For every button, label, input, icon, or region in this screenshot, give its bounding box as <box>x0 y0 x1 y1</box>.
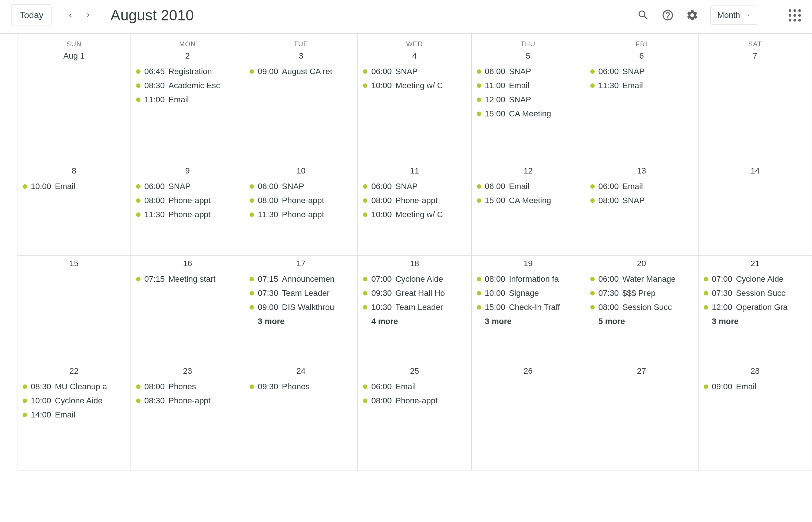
calendar-event[interactable]: 07:15Announcemen <box>248 272 354 286</box>
next-month-button[interactable] <box>85 11 92 19</box>
more-events-link[interactable]: 3 more <box>248 314 354 328</box>
calendar-event[interactable]: 06:00SNAP <box>135 179 240 194</box>
calendar-event[interactable]: 11:00Email <box>135 93 240 107</box>
calendar-event[interactable]: 10:00Cyclone Aide <box>21 394 127 408</box>
calendar-event[interactable]: 15:00CA Meeting <box>475 107 581 121</box>
calendar-event[interactable]: 08:00Information fa <box>475 272 581 286</box>
calendar-day[interactable]: 7 <box>699 50 812 163</box>
calendar-day[interactable]: 1707:15Announcemen07:30Team Leader09:00D… <box>244 256 358 363</box>
help-button[interactable] <box>661 9 674 22</box>
calendar-day[interactable]: 1306:00Email08:00SNAP <box>585 163 699 255</box>
calendar-day[interactable]: Aug 1 <box>17 50 131 163</box>
calendar-day[interactable]: 27 <box>585 363 699 470</box>
calendar-day[interactable]: 810:00Email <box>17 163 131 255</box>
calendar-day[interactable]: 2809:00Email <box>699 363 812 470</box>
calendar-event[interactable]: 06:00Water Manage <box>589 272 694 286</box>
calendar-event[interactable]: 06:45Registration <box>135 65 240 79</box>
calendar-day[interactable]: 2409:30Phones <box>244 363 358 470</box>
calendar-day[interactable]: 2006:00Water Manage07:30$$$ Prep08:00Ses… <box>585 256 699 363</box>
calendar-event[interactable]: 09:30Great Hall Ho <box>362 286 467 300</box>
calendar-event[interactable]: 11:30Phone-appt <box>248 208 354 222</box>
event-dot-icon <box>250 198 254 203</box>
calendar-event[interactable]: 07:30$$$ Prep <box>589 286 694 300</box>
calendar-event[interactable]: 09:00Email <box>702 380 808 394</box>
calendar-event[interactable]: 06:00SNAP <box>362 65 467 79</box>
calendar-event[interactable]: 06:00SNAP <box>362 179 467 194</box>
calendar-event[interactable]: 12:00Operation Gra <box>702 300 808 314</box>
calendar-day[interactable]: 1006:00SNAP08:00Phone-appt11:30Phone-app… <box>244 163 358 255</box>
calendar-event[interactable]: 08:30Phone-appt <box>135 394 240 408</box>
calendar-day[interactable]: 14 <box>699 163 812 255</box>
calendar-day[interactable]: 2506:00Email08:00Phone-appt <box>358 363 471 470</box>
calendar-event[interactable]: 11:00Email <box>475 79 581 93</box>
calendar-event[interactable]: 08:00Phone-appt <box>362 194 467 208</box>
calendar-event[interactable]: 07:30Team Leader <box>248 286 354 300</box>
calendar-day[interactable]: 26 <box>472 363 585 470</box>
calendar-day[interactable]: 2208:30MU Cleanup a10:00Cyclone Aide14:0… <box>17 363 131 470</box>
calendar-event[interactable]: 07:30Session Succ <box>702 286 808 300</box>
calendar-day[interactable]: 309:00August CA ret <box>244 50 358 163</box>
calendar-event[interactable]: 06:00SNAP <box>475 65 581 79</box>
calendar-event[interactable]: 08:00SNAP <box>589 194 694 208</box>
event-dot-icon <box>590 305 595 310</box>
more-events-link[interactable]: 3 more <box>702 314 808 328</box>
calendar-event[interactable]: 08:00Phone-appt <box>135 194 240 208</box>
calendar-event[interactable]: 06:00SNAP <box>589 65 694 79</box>
calendar-event[interactable]: 08:00Phone-appt <box>248 194 354 208</box>
calendar-event[interactable]: 10:00Meeting w/ C <box>362 79 467 93</box>
calendar-event[interactable]: 09:30Phones <box>248 380 354 394</box>
calendar-event[interactable]: 15:00CA Meeting <box>475 194 581 208</box>
today-button[interactable]: Today <box>11 4 52 26</box>
view-selector[interactable]: Month <box>710 6 758 25</box>
calendar-event[interactable]: 07:15Meeting start <box>135 272 240 286</box>
calendar-day[interactable]: 1206:00Email15:00CA Meeting <box>472 163 585 255</box>
calendar-event[interactable]: 15:00Check-In Traff <box>475 300 581 314</box>
calendar-event[interactable]: 08:30Academic Esc <box>135 79 240 93</box>
more-events-link[interactable]: 3 more <box>475 314 581 328</box>
prev-month-button[interactable] <box>67 11 74 19</box>
event-time: 10:00 <box>485 288 505 298</box>
event-title: Meeting w/ C <box>395 81 443 90</box>
calendar-event[interactable]: 11:30Phone-appt <box>135 208 240 222</box>
event-time: 08:00 <box>144 196 165 205</box>
more-events-link[interactable]: 4 more <box>362 314 467 328</box>
calendar-event[interactable]: 10:00Meeting w/ C <box>362 208 467 222</box>
calendar-event[interactable]: 06:00Email <box>362 380 467 394</box>
calendar-event[interactable]: 10:00Email <box>21 179 127 194</box>
apps-button[interactable] <box>789 9 801 22</box>
calendar-day[interactable]: 2107:00Cyclone Aide07:30Session Succ12:0… <box>699 256 812 363</box>
calendar-day[interactable]: 1807:00Cyclone Aide09:30Great Hall Ho10:… <box>358 256 471 363</box>
calendar-event[interactable]: 07:00Cyclone Aide <box>362 272 467 286</box>
settings-button[interactable] <box>686 9 699 22</box>
calendar-day[interactable]: 1607:15Meeting start <box>131 256 244 363</box>
calendar-event[interactable]: 06:00Email <box>475 179 581 194</box>
calendar-day[interactable]: 206:45Registration08:30Academic Esc11:00… <box>131 50 244 163</box>
calendar-day[interactable]: 506:00SNAP11:00Email12:00SNAP15:00CA Mee… <box>472 50 585 163</box>
event-title: August CA ret <box>282 67 332 76</box>
calendar-day[interactable]: 2308:00Phones08:30Phone-appt <box>131 363 244 470</box>
calendar-event[interactable]: 08:00Phone-appt <box>362 394 467 408</box>
event-title: Phone-appt <box>168 396 211 406</box>
calendar-event[interactable]: 10:30Team Leader <box>362 300 467 314</box>
calendar-event[interactable]: 06:00Email <box>589 179 694 194</box>
calendar-event[interactable]: 10:00Signage <box>475 286 581 300</box>
calendar-event[interactable]: 09:00August CA ret <box>248 65 354 79</box>
calendar-day[interactable]: 1908:00Information fa10:00Signage15:00Ch… <box>472 256 585 363</box>
calendar-event[interactable]: 08:00Phones <box>135 380 240 394</box>
calendar-event[interactable]: 08:30MU Cleanup a <box>21 380 127 394</box>
calendar-event[interactable]: 06:00SNAP <box>248 179 354 194</box>
calendar-event[interactable]: 12:00SNAP <box>475 93 581 107</box>
calendar-day[interactable]: 406:00SNAP10:00Meeting w/ C <box>358 50 471 163</box>
calendar-event[interactable]: 14:00Email <box>21 408 127 422</box>
calendar-day[interactable]: 1106:00SNAP08:00Phone-appt10:00Meeting w… <box>358 163 471 255</box>
calendar-day[interactable]: 606:00SNAP11:30Email <box>585 50 699 163</box>
calendar-event[interactable]: 07:00Cyclone Aide <box>702 272 808 286</box>
calendar-event[interactable]: 09:00DIS Walkthrou <box>248 300 354 314</box>
calendar-day[interactable]: 15 <box>17 256 131 363</box>
calendar-event[interactable]: 08:00Session Succ <box>589 300 694 314</box>
more-events-link[interactable]: 5 more <box>589 314 694 328</box>
weekday-header-row: SUNMONTUEWEDTHUFRISAT <box>17 34 812 50</box>
calendar-day[interactable]: 906:00SNAP08:00Phone-appt11:30Phone-appt <box>131 163 244 255</box>
search-button[interactable] <box>637 9 650 22</box>
calendar-event[interactable]: 11:30Email <box>589 79 694 93</box>
